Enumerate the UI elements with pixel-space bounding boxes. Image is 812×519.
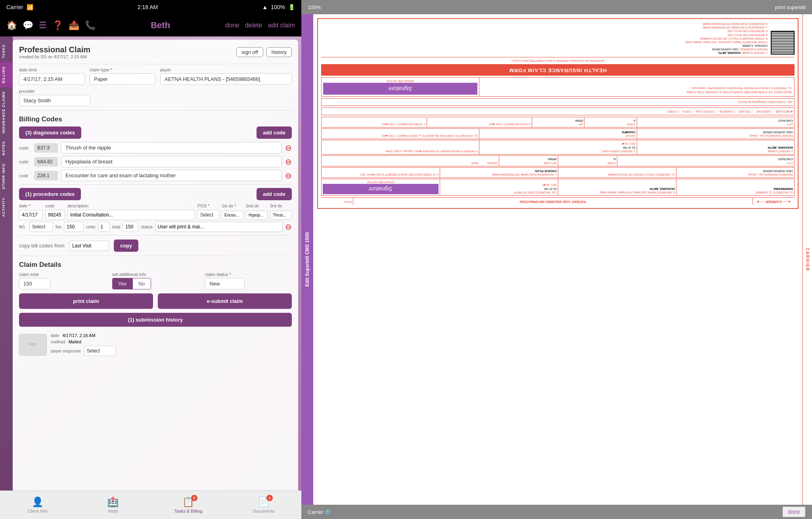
- submission-history-button[interactable]: (1) submission history: [19, 313, 292, 327]
- form-meta: created by SS on 4/17/17, 2:15 AM: [19, 54, 90, 59]
- proc-dx2-value[interactable]: Hypop...: [246, 211, 268, 220]
- provider-value[interactable]: Stacy Smith: [19, 95, 90, 106]
- sidebar-item-other[interactable]: OTHER INFO: [0, 159, 13, 193]
- insured-addr-cell: INSURED'S ADDRESS (No., Street) 1501 HUR…: [676, 167, 794, 177]
- insured-state-value: IL: [559, 157, 616, 161]
- pica-section: PICA: [321, 198, 353, 205]
- patient-rel-cell: 5. PATIENT'S RELATIONSHIP TO INSURED ■Se…: [322, 140, 479, 154]
- cms-done-button[interactable]: done: [782, 506, 806, 517]
- code-desc-2[interactable]: Hypoplasia of breast: [61, 156, 282, 167]
- total-label: total: [112, 224, 121, 229]
- esubmit-button[interactable]: e-submit claim: [158, 293, 292, 309]
- menu-icon[interactable]: ☰: [39, 20, 47, 31]
- remove-proc-1[interactable]: ⊖: [285, 222, 292, 232]
- units-value[interactable]: 1: [98, 222, 110, 232]
- proc-code-value[interactable]: 99245: [45, 210, 65, 220]
- claim-total-value[interactable]: 150: [19, 278, 51, 289]
- remove-code-2[interactable]: ⊖: [285, 157, 292, 167]
- tab-tasks-billing[interactable]: 📋 0 Tasks & Billing: [151, 496, 226, 513]
- carrier-label-right: CARRIER: [802, 14, 812, 505]
- sign-off-button[interactable]: sign off: [236, 47, 263, 57]
- share-icon[interactable]: 📤: [69, 20, 79, 31]
- code-desc-1[interactable]: Thrush of the nipple: [61, 142, 282, 153]
- remove-code-1[interactable]: ⊖: [285, 143, 292, 153]
- yes-button[interactable]: Yes: [112, 278, 132, 289]
- documents-badge: 1: [266, 495, 273, 501]
- add-diag-code-button[interactable]: add code: [257, 126, 292, 139]
- patient-name-cell: 2. PATIENT'S NAME HUGGINS, BETH: [637, 140, 794, 154]
- fee-value[interactable]: 150: [64, 222, 84, 232]
- side-nav: TASKS BILLING INSURANCE CLAIMS NOTES OTH…: [0, 36, 13, 490]
- help-icon[interactable]: ❓: [52, 20, 63, 31]
- payer-value[interactable]: AETNA HEALTH PLANS - [54659865466]: [160, 73, 292, 85]
- other-accident-cell: c. OTHER ACCIDENT? □YES ■NO: [322, 117, 427, 127]
- status-value[interactable]: User will print & mai...: [155, 222, 283, 232]
- cms-form-area[interactable]: ◄── CARRIER ──► PATIENT AND INSURED INFO…: [313, 14, 802, 505]
- divider-2: [19, 110, 292, 111]
- home-icon[interactable]: 🏠: [6, 20, 17, 31]
- add-claim-action[interactable]: add claim: [268, 22, 295, 29]
- proc-dx3-value[interactable]: Thrus...: [270, 211, 292, 220]
- chat-icon[interactable]: 💬: [23, 20, 33, 31]
- print-superbill-btn[interactable]: print superbill: [775, 4, 806, 10]
- signature-box-bottom: Signature: [323, 83, 477, 95]
- payer-group: payer AETNA HEALTH PLANS - [54659865466]: [160, 67, 292, 85]
- sidebar-item-activity[interactable]: ACTIVITY: [0, 193, 13, 221]
- nav-actions: done delete add claim: [225, 22, 295, 29]
- sidebar-item-insurance[interactable]: INSURANCE CLAIMS: [0, 87, 13, 138]
- proc-date-value[interactable]: 4/17/17: [19, 210, 43, 220]
- submission-thumbnail[interactable]: PDF: [19, 334, 47, 356]
- tab-visits[interactable]: 🏥 Visits: [75, 496, 151, 513]
- sidebar-item-billing[interactable]: BILLING: [0, 62, 13, 87]
- proc-desc-value[interactable]: Initial Consultation...: [67, 210, 195, 220]
- wifi-icon: 📶: [27, 4, 33, 10]
- no-button[interactable]: No: [132, 278, 151, 289]
- insurance-plan-cell: c. INSURANCE PLAN NAME OR PROGRAM NAME C…: [440, 167, 558, 177]
- procedure-codes-button[interactable]: (1) procedure codes: [19, 188, 81, 200]
- diagnoses-codes-button[interactable]: (3) diagnoses codes: [19, 126, 81, 139]
- copy-source-value[interactable]: Last Visit: [69, 241, 109, 251]
- m1-select[interactable]: Select: [29, 222, 53, 232]
- code-badge-2: N64.82: [34, 157, 58, 167]
- sidebar-item-tasks[interactable]: TASKS: [0, 40, 13, 62]
- total-value[interactable]: 150: [123, 222, 138, 232]
- proc-code-header: code: [45, 203, 65, 208]
- provider-group: provider Stacy Smith: [19, 89, 292, 106]
- nav-icons: 🏠 💬 ☰ ❓ 📤 📞: [6, 20, 96, 31]
- approved-text: APPROVED BY NATIONAL UNIFORM CLAIM COMMI…: [511, 59, 604, 62]
- history-button[interactable]: history: [266, 47, 292, 57]
- date-time-group: date time 4/17/17, 2:15 AM: [19, 67, 85, 85]
- carrier-vert-label: CARRIER: [805, 248, 810, 272]
- proc-pos-select[interactable]: Select: [197, 210, 219, 220]
- claim-type-value[interactable]: Paper: [90, 73, 155, 85]
- patient-addr-cell: PATIENT'S ADDRESS (No., Street) 1501 HUR…: [637, 129, 794, 139]
- payer-response-select[interactable]: Select: [84, 346, 116, 356]
- claim-details-grid: claim total 150 set additional info Yes …: [19, 272, 292, 289]
- date-time-label: date time: [19, 67, 85, 72]
- copy-bill-row: copy bill codes from Last Visit copy: [19, 239, 292, 252]
- date-time-value[interactable]: 4/17/17, 2:15 AM: [19, 73, 85, 85]
- print-claim-button[interactable]: print claim: [19, 293, 153, 309]
- status-bar-left: Carrier 📶: [6, 4, 33, 10]
- delete-action[interactable]: delete: [245, 22, 262, 29]
- claim-status-value[interactable]: New: [205, 278, 245, 289]
- done-action[interactable]: done: [225, 22, 239, 29]
- billing-codes-header: Billing Codes: [19, 115, 292, 123]
- employment-cell: 10. IS PATIENT'S CONDITION RELATED TO: a…: [322, 129, 479, 139]
- submission-method-row: method Mailed: [51, 339, 116, 344]
- remove-code-3[interactable]: ⊖: [285, 171, 292, 180]
- phone-icon[interactable]: 📞: [85, 20, 96, 31]
- action-buttons: print claim e-submit claim: [19, 293, 292, 309]
- tab-documents[interactable]: 📄 1 Documents: [226, 496, 301, 513]
- proc-dx1-value[interactable]: Encou...: [222, 211, 243, 220]
- add-proc-button[interactable]: add code: [257, 188, 292, 200]
- code-desc-3[interactable]: Encounter for care and exam of lactating…: [61, 170, 282, 181]
- code-row-2: code N64.82 Hypoplasia of breast ⊖: [19, 156, 292, 167]
- auto-accident-cell: b. AUTO ACCIDENT? □YES ■NO: [427, 117, 532, 127]
- other-health-cell: d. IS THERE ANOTHER HEALTH BENEFIT PLAN?…: [322, 167, 440, 177]
- proc-dx3-header: 3rd dx: [270, 203, 292, 208]
- copy-button[interactable]: copy: [114, 239, 138, 252]
- tab-client-info[interactable]: 👤 Client Info: [0, 496, 75, 513]
- sidebar-item-notes[interactable]: NOTES: [0, 137, 13, 159]
- insured-addr-value: 1501 HURON DRIVE: [678, 169, 793, 172]
